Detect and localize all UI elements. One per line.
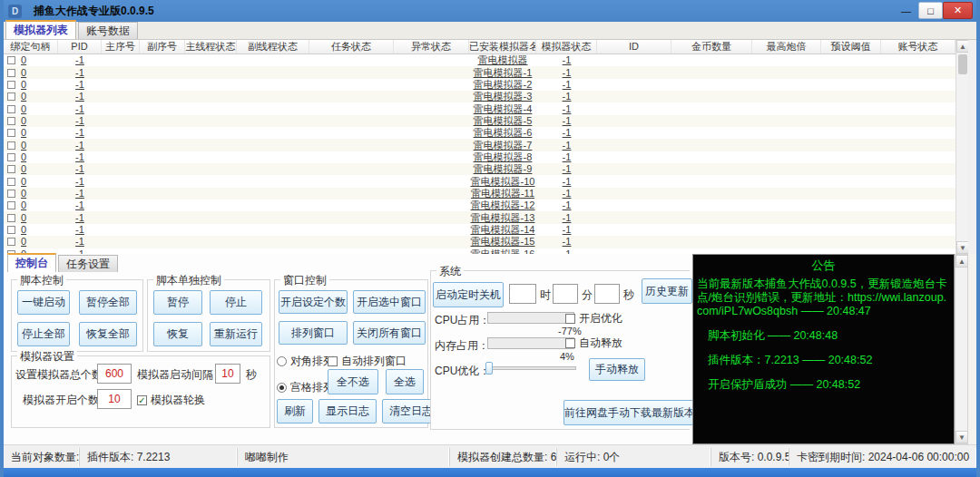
interval-field[interactable]: 10 (215, 364, 240, 384)
scroll-down-icon[interactable]: ▼ (956, 241, 968, 254)
pid-link[interactable]: -1 (75, 127, 84, 138)
emulator-status-link[interactable]: -1 (563, 91, 572, 102)
arrange-windows-button[interactable]: 排列窗口 (279, 321, 348, 345)
show-log-button[interactable]: 显示日志 (318, 399, 377, 423)
handle-link[interactable]: 0 (21, 163, 26, 175)
scroll-thumb[interactable] (958, 54, 967, 74)
column-header[interactable]: 副序号 (140, 40, 185, 54)
row-checkbox[interactable] (7, 129, 15, 137)
emulator-status-link[interactable]: -1 (563, 236, 572, 247)
pid-link[interactable]: -1 (75, 67, 84, 78)
handle-link[interactable]: 0 (21, 91, 26, 102)
emulator-name-link[interactable]: 雷电模拟器-14 (471, 224, 535, 235)
row-checkbox[interactable] (7, 105, 15, 113)
pid-link[interactable]: -1 (75, 54, 84, 65)
row-checkbox[interactable] (7, 81, 15, 89)
auto-release-checkbox[interactable]: 自动释放 (565, 336, 622, 351)
emulator-name-link[interactable]: 雷电模拟器-3 (474, 91, 533, 102)
row-checkbox[interactable] (7, 153, 15, 161)
scheduled-shutdown-button[interactable]: 启动定时关机 (433, 282, 504, 307)
emulator-status-link[interactable]: -1 (563, 188, 572, 199)
handle-link[interactable]: 0 (21, 200, 26, 211)
pid-link[interactable]: -1 (75, 151, 84, 162)
column-header[interactable]: 绑定句柄 (4, 40, 58, 54)
emulator-name-link[interactable]: 雷电模拟器-11 (471, 188, 534, 199)
auto-arrange-checkbox[interactable]: 自动排列窗口 (328, 354, 407, 369)
slider-thumb[interactable] (485, 362, 493, 375)
column-header[interactable]: 副线程状态 (237, 40, 309, 54)
column-header[interactable]: 最高炮倍 (752, 40, 821, 54)
minute-field[interactable] (553, 284, 578, 304)
column-header[interactable]: 已安装模拟器名称 (469, 40, 536, 54)
handle-link[interactable]: 0 (21, 151, 26, 163)
history-update-button[interactable]: 历史更新 (642, 278, 692, 304)
emulator-name-link[interactable]: 雷电模拟器-12 (471, 200, 535, 210)
emulator-name-link[interactable]: 雷电模拟器-6 (474, 127, 533, 138)
emulator-name-link[interactable]: 雷电模拟器-8 (474, 151, 533, 162)
console-scrollbar[interactable]: ▲ ▼ (955, 254, 968, 444)
grid-radio[interactable]: 宫格排列 (277, 380, 334, 395)
open-count-field[interactable]: 10 (97, 389, 132, 409)
rerun-button[interactable]: 重新运行 (210, 322, 262, 346)
select-all-button[interactable]: 全选 (386, 369, 424, 394)
emulator-status-link[interactable]: -1 (563, 200, 572, 210)
emulator-name-link[interactable]: 雷电模拟器-5 (474, 115, 533, 126)
pause-button[interactable]: 暂停 (153, 290, 202, 315)
tab-emulator-list[interactable]: 模拟器列表 (5, 20, 76, 39)
column-header[interactable]: 金币数量 (671, 40, 752, 54)
emulator-status-link[interactable]: -1 (563, 224, 572, 235)
handle-link[interactable]: 0 (21, 212, 26, 224)
emulator-status-link[interactable]: -1 (563, 140, 572, 151)
row-checkbox[interactable] (7, 56, 15, 64)
maximize-button[interactable]: □ (918, 2, 943, 19)
emulator-name-link[interactable]: 雷电模拟器-7 (474, 140, 533, 151)
emulator-status-link[interactable]: -1 (563, 127, 572, 138)
pid-link[interactable]: -1 (75, 212, 84, 223)
pid-link[interactable]: -1 (75, 79, 84, 90)
column-header[interactable]: 异常状态 (394, 40, 469, 54)
handle-link[interactable]: 0 (21, 127, 26, 139)
emulator-status-link[interactable]: -1 (563, 151, 572, 162)
pid-link[interactable]: -1 (75, 163, 84, 174)
emulator-name-link[interactable]: 雷电模拟器-15 (471, 236, 535, 247)
scroll-up-icon[interactable]: ▲ (956, 40, 968, 53)
handle-link[interactable]: 0 (21, 140, 26, 151)
emulator-status-link[interactable]: -1 (563, 67, 572, 78)
row-checkbox[interactable] (7, 92, 15, 101)
column-header[interactable]: 主序号 (102, 40, 140, 54)
emulator-status-link[interactable]: -1 (563, 115, 572, 126)
handle-link[interactable]: 0 (21, 67, 26, 79)
emulator-status-link[interactable]: -1 (563, 163, 572, 174)
row-checkbox[interactable] (7, 69, 15, 77)
emulator-name-link[interactable]: 雷电模拟器-4 (474, 103, 533, 114)
close-all-windows-button[interactable]: 关闭所有窗口 (353, 321, 426, 345)
total-count-field[interactable]: 600 (97, 364, 132, 384)
diagonal-radio[interactable]: 对角排列 (277, 354, 334, 369)
scroll-up-icon[interactable]: ▲ (956, 255, 968, 268)
handle-link[interactable]: 0 (21, 103, 26, 115)
row-checkbox[interactable] (7, 201, 15, 209)
handle-link[interactable]: 0 (21, 54, 26, 66)
emulator-name-link[interactable]: 雷电模拟器-10 (471, 176, 535, 187)
emulator-status-link[interactable]: -1 (563, 79, 572, 90)
emulator-status-link[interactable]: -1 (563, 176, 572, 187)
emulator-name-link[interactable]: 雷电模拟器 (478, 54, 528, 65)
pid-link[interactable]: -1 (75, 224, 84, 235)
tab-account-data[interactable]: 账号数据 (78, 22, 138, 39)
pid-link[interactable]: -1 (75, 200, 84, 210)
minimize-button[interactable]: — (894, 2, 918, 19)
handle-link[interactable]: 0 (21, 224, 26, 236)
row-checkbox[interactable] (7, 165, 15, 173)
column-header[interactable]: 账号状态 (881, 40, 956, 54)
emulator-status-link[interactable]: -1 (563, 54, 572, 65)
manual-release-button[interactable]: 手动释放 (589, 358, 645, 381)
row-checkbox[interactable] (7, 214, 15, 222)
column-header[interactable]: 预设阈值 (821, 40, 881, 54)
rotate-checkbox[interactable]: ✓ 模拟器轮换 (137, 393, 205, 408)
column-header[interactable]: 主线程状态 (185, 40, 237, 54)
second-field[interactable] (594, 284, 620, 304)
pause-all-button[interactable]: 暂停全部 (79, 290, 137, 315)
emulator-name-link[interactable]: 雷电模拟器-13 (471, 212, 535, 223)
column-header[interactable]: ID (597, 40, 671, 54)
pid-link[interactable]: -1 (75, 140, 84, 151)
